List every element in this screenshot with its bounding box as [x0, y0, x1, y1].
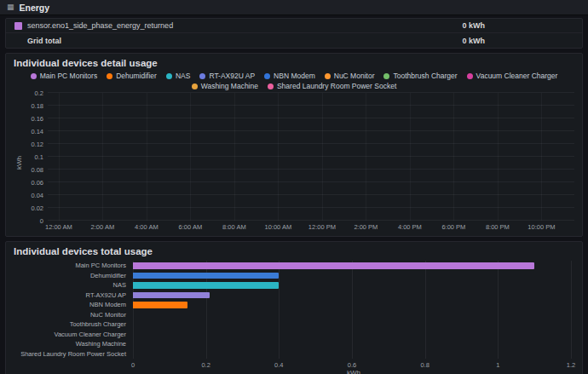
gridline [410, 93, 411, 221]
table-row[interactable]: Grid total 0 kWh [6, 33, 582, 48]
gridline [48, 207, 574, 208]
gridline [48, 169, 574, 170]
bar-track [133, 291, 571, 301]
bar-track [133, 271, 571, 281]
horizontal-bar-rows: Main PC MonitorsDehumidifierNASRT-AX92U … [14, 261, 574, 359]
x-tick-label: 4:00 AM [135, 223, 159, 231]
panel-title-total-usage[interactable]: Individual devices total usage [14, 246, 574, 256]
gridline [453, 93, 454, 221]
legend-color-dot [192, 83, 198, 89]
y-axis-label: kWh [14, 93, 24, 233]
gridline [147, 93, 147, 221]
y-tick-label: 0.08 [31, 166, 43, 174]
grid-total-value: 0 kWh [462, 37, 485, 45]
y-tick-label: 0.06 [31, 179, 43, 187]
legend-item[interactable]: RT-AX92U AP [199, 72, 255, 80]
legend-item[interactable]: Main PC Monitors [31, 72, 98, 80]
legend-item[interactable]: Toothbrush Charger [383, 72, 457, 80]
dashboard-body: sensor.eno1_side_phase_energy_returned 0… [0, 15, 588, 374]
panel-title-detail-usage[interactable]: Individual devices detail usage [14, 58, 574, 68]
device-total-row: NAS [14, 280, 574, 291]
legend-label: Toothbrush Charger [393, 72, 457, 80]
x-tick-label: 0.2 [201, 361, 210, 369]
device-label: NBN Modem [14, 301, 133, 308]
x-tick-label: 10:00 PM [527, 223, 555, 231]
device-total-row: NuC Monitor [14, 310, 574, 320]
legend-item[interactable]: Dehumidifier [107, 72, 157, 80]
dashboard-title: Energy [20, 3, 50, 13]
gridline [234, 93, 235, 221]
device-label: Vacuum Cleaner Charger [14, 331, 133, 338]
table-row[interactable]: sensor.eno1_side_phase_energy_returned 0… [6, 19, 582, 33]
gridline [59, 93, 60, 221]
legend-label: NuC Monitor [334, 72, 375, 80]
legend-color-dot [264, 73, 270, 79]
device-total-row: Washing Machine [14, 339, 574, 349]
gridline [366, 93, 366, 221]
legend-label: RT-AX92U AP [209, 72, 255, 80]
y-tick-label: 0.02 [31, 204, 43, 212]
legend-item[interactable]: Vacuum Cleaner Charger [467, 72, 558, 80]
y-tick-label: 0.04 [31, 192, 43, 199]
device-label: Main PC Monitors [14, 262, 133, 269]
device-total-bar [133, 282, 279, 289]
sensor-entity-label: sensor.eno1_side_phase_energy_returned [27, 21, 173, 30]
gridline [48, 92, 574, 93]
y-axis-ticks: 00.020.040.060.080.10.120.140.160.180.2 [24, 93, 48, 221]
x-tick-label: 12:00 AM [45, 223, 72, 231]
x-tick-label: 4:00 PM [398, 223, 422, 231]
gridline [48, 130, 574, 131]
x-tick-label: 8:00 AM [222, 223, 246, 231]
legend-label: Shared Laundry Room Power Socket [277, 82, 396, 90]
legend-label: Washing Machine [201, 82, 258, 90]
bar-track [133, 261, 571, 271]
x-tick-label: 2:00 PM [354, 223, 378, 231]
x-axis-ticks: 00.20.40.60.811.2 [133, 360, 571, 369]
device-label: Dehumidifier [14, 272, 133, 279]
sensor-entity-value: 0 kWh [462, 21, 485, 30]
chart-legend: Main PC MonitorsDehumidifierNASRT-AX92U … [14, 72, 574, 90]
y-tick-label: 0.18 [31, 102, 43, 110]
legend-color-dot [31, 73, 37, 79]
device-total-row: Dehumidifier [14, 271, 574, 281]
gridline [190, 93, 191, 221]
gridline [48, 181, 574, 182]
bar-track [133, 300, 571, 310]
legend-item[interactable]: NBN Modem [264, 72, 315, 80]
legend-item[interactable]: Washing Machine [192, 82, 258, 90]
device-total-bar [133, 262, 534, 269]
x-tick-label: 10:00 AM [265, 223, 292, 231]
x-axis-label: kWh [133, 369, 574, 374]
legend-color-dot [467, 73, 473, 79]
device-total-row: RT-AX92U AP [14, 291, 574, 301]
legend-label: Vacuum Cleaner Charger [476, 72, 558, 80]
sensor-entity-icon [14, 22, 22, 30]
device-total-row: Shared Laundry Room Power Socket [14, 349, 574, 360]
gridline [278, 93, 279, 221]
gridline [48, 105, 574, 106]
stacked-bar-chart: kWh 00.020.040.060.080.10.120.140.160.18… [14, 93, 574, 233]
x-tick-label: 0.6 [348, 361, 356, 369]
x-tick-label: 1 [496, 361, 499, 369]
legend-item[interactable]: Shared Laundry Room Power Socket [268, 82, 396, 90]
x-tick-label: 0.4 [274, 361, 283, 369]
horizontal-bar-chart: Main PC MonitorsDehumidifierNASRT-AX92U … [14, 261, 574, 359]
device-label: Shared Laundry Room Power Socket [14, 350, 133, 358]
gridline [48, 220, 574, 221]
app-menu-icon[interactable]: ▦ [7, 3, 14, 11]
y-tick-label: 0 [40, 217, 43, 225]
detail-usage-panel: Individual devices detail usage Main PC … [5, 53, 583, 237]
legend-label: NBN Modem [274, 72, 315, 80]
legend-color-dot [268, 83, 274, 89]
legend-item[interactable]: NAS [166, 72, 190, 80]
y-tick-label: 0.2 [35, 89, 43, 97]
y-tick-label: 0.1 [35, 153, 43, 161]
device-label: Toothbrush Charger [14, 320, 133, 328]
gridline [48, 143, 574, 144]
device-total-bar [133, 292, 210, 299]
total-usage-panel: Individual devices total usage Main PC M… [5, 241, 583, 374]
legend-item[interactable]: NuC Monitor [325, 72, 375, 80]
stacked-chart-plot-area: 12:00 AM2:00 AM4:00 AM6:00 AM8:00 AM10:0… [48, 93, 574, 221]
device-label: NuC Monitor [14, 311, 133, 319]
bar-track [133, 280, 571, 291]
